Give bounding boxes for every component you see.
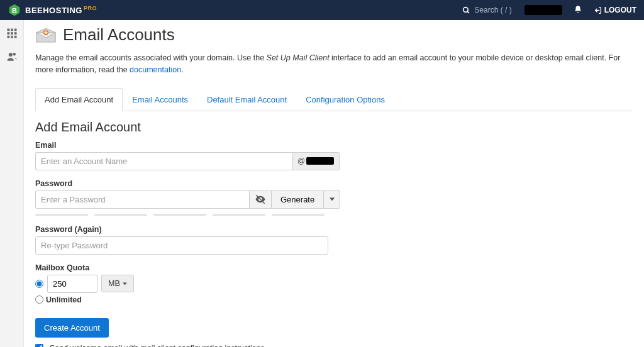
quota-sized-radio[interactable]: [35, 280, 43, 288]
password-strength-meter: [35, 214, 633, 216]
bee-logo-icon: B: [8, 3, 21, 17]
tabs: Add Email Account Email Accounts Default…: [35, 87, 633, 111]
svg-rect-11: [7, 36, 9, 38]
user-menu[interactable]: [525, 5, 562, 15]
svg-rect-5: [7, 29, 9, 31]
email-label: Email: [35, 141, 633, 150]
generate-password-button[interactable]: Generate: [272, 190, 324, 209]
password-again-label: Password (Again): [35, 225, 633, 234]
redacted-domain: [306, 157, 334, 165]
email-input[interactable]: [35, 152, 292, 170]
caret-down-icon: [123, 282, 127, 286]
password-input[interactable]: [35, 190, 249, 209]
search-icon: [462, 6, 470, 14]
generate-options-button[interactable]: [324, 190, 340, 209]
svg-rect-13: [14, 36, 16, 38]
page-title: Email Accounts: [63, 25, 175, 45]
svg-marker-21: [123, 282, 127, 285]
documentation-link[interactable]: documentation: [130, 65, 181, 74]
svg-text:B: B: [12, 7, 17, 14]
tab-configuration-options[interactable]: Configuration Options: [296, 88, 394, 111]
svg-rect-10: [14, 32, 16, 35]
logout-icon: [594, 6, 602, 14]
users-button[interactable]: [6, 51, 18, 64]
search-box[interactable]: Search ( / ): [462, 6, 511, 14]
apps-grid-button[interactable]: [6, 28, 18, 41]
svg-point-2: [464, 7, 469, 12]
section-title: Add Email Account: [35, 120, 633, 135]
page-header: Email Accounts: [35, 25, 633, 48]
intro-text: Manage the email accounts associated wit…: [35, 52, 633, 76]
tab-default-email-account[interactable]: Default Email Account: [197, 88, 296, 111]
brand-logo[interactable]: B BEEHOSTINGPRO: [8, 3, 97, 17]
quota-unlimited-radio[interactable]: [35, 295, 43, 304]
svg-rect-12: [11, 36, 13, 38]
bell-icon: [574, 5, 582, 14]
tab-email-accounts[interactable]: Email Accounts: [123, 88, 197, 111]
create-account-button[interactable]: Create Account: [35, 318, 109, 338]
svg-marker-20: [330, 198, 335, 201]
left-rail: [0, 20, 24, 347]
search-placeholder-text: Search ( / ): [474, 6, 511, 14]
mailbox-quota-label: Mailbox Quota: [35, 263, 633, 272]
svg-line-3: [467, 11, 469, 13]
svg-rect-9: [11, 32, 13, 35]
svg-rect-7: [14, 29, 16, 31]
brand-text: BEEHOSTINGPRO: [25, 5, 97, 15]
password-label: Password: [35, 179, 633, 188]
email-page-icon: [35, 27, 57, 43]
users-icon: [6, 51, 18, 62]
tab-add-email-account[interactable]: Add Email Account: [35, 88, 123, 111]
topbar: B BEEHOSTINGPRO Search ( / ) LOGOUT: [0, 0, 644, 20]
quota-unlimited-label: Unlimited: [46, 295, 82, 304]
welcome-email-label: Send welcome email with mail client conf…: [50, 344, 267, 348]
password-again-input[interactable]: [35, 236, 328, 255]
notifications-button[interactable]: [574, 5, 582, 16]
logout-button[interactable]: LOGOUT: [594, 6, 636, 14]
eye-off-icon: [255, 194, 266, 205]
toggle-password-visibility[interactable]: [249, 190, 272, 209]
svg-rect-8: [7, 32, 9, 35]
welcome-email-checkbox[interactable]: [35, 344, 43, 347]
grid-icon: [6, 28, 18, 39]
main-content: Email Accounts Manage the email accounts…: [24, 20, 644, 347]
quota-size-input[interactable]: [47, 275, 97, 293]
svg-point-14: [8, 53, 12, 57]
email-domain-selector[interactable]: @: [292, 152, 340, 170]
quota-unit-selector[interactable]: MB: [101, 275, 134, 292]
caret-down-icon: [330, 197, 335, 202]
svg-point-15: [13, 53, 16, 56]
svg-rect-6: [11, 29, 13, 31]
